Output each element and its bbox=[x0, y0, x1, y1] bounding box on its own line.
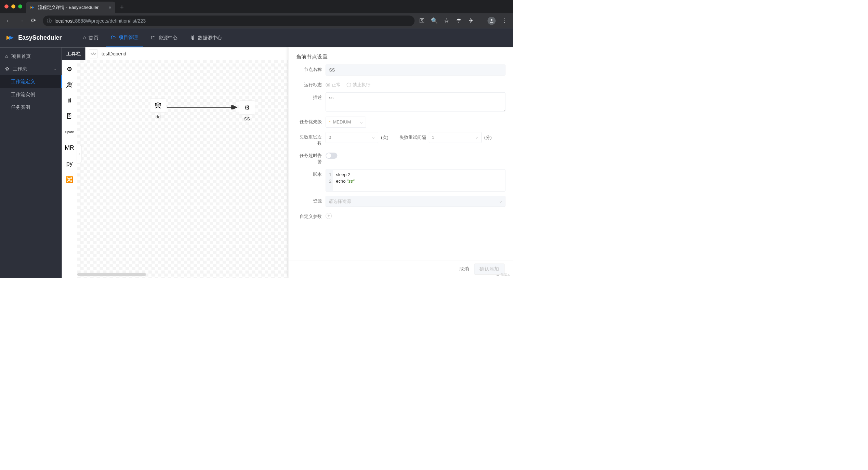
workflow-node[interactable]: ⚙SS bbox=[239, 101, 255, 121]
tab-close-button[interactable]: × bbox=[108, 4, 111, 11]
app-header: EasyScheduler ⌂首页🗁项目管理🗀资源中心🛢数据源中心 bbox=[0, 28, 513, 47]
node-settings-panel: 当前节点设置 节点名称 运行标志 正常 禁止执行 描述 ss 任务优先级 bbox=[288, 47, 513, 278]
browser-tab-bar: 流程定义详情 - EasyScheduler × + bbox=[0, 0, 513, 13]
palette-item[interactable]: py bbox=[65, 159, 74, 168]
new-tab-button[interactable]: + bbox=[115, 0, 129, 14]
label-desc: 描述 bbox=[296, 92, 326, 101]
sidebar-label: 工作流 bbox=[13, 66, 27, 72]
back-button[interactable]: ← bbox=[3, 15, 14, 26]
node-icon: ⚙ bbox=[239, 101, 255, 115]
code-content[interactable]: sleep 2echo "ss" bbox=[333, 169, 357, 191]
palette-item[interactable]: 🛢 bbox=[65, 96, 74, 105]
top-nav-item[interactable]: 🛢数据源中心 bbox=[185, 28, 227, 47]
radio-icon bbox=[347, 83, 351, 87]
label-resource: 资源 bbox=[296, 196, 326, 204]
label-priority: 任务优先级 bbox=[296, 117, 326, 125]
node-label: SS bbox=[244, 116, 250, 121]
label-custom-param: 自定义参数 bbox=[296, 211, 326, 220]
resource-select[interactable]: 请选择资源 bbox=[326, 196, 505, 207]
edge-arrow bbox=[167, 105, 240, 109]
sidebar-icon: ⌂ bbox=[5, 53, 8, 59]
retry-interval-unit: (分) bbox=[484, 134, 492, 141]
nav-label: 首页 bbox=[89, 35, 98, 41]
node-name-input[interactable] bbox=[326, 65, 505, 76]
site-info-icon[interactable]: ⓘ bbox=[47, 17, 52, 24]
code-gutter: 12 bbox=[326, 169, 333, 191]
palette-item[interactable]: Spark bbox=[65, 127, 74, 137]
top-nav-item[interactable]: 🗁项目管理 bbox=[106, 28, 143, 47]
radio-forbidden[interactable]: 禁止执行 bbox=[347, 82, 371, 88]
palette-item[interactable]: ⚙ bbox=[65, 64, 74, 74]
retry-count-select[interactable]: 0 bbox=[326, 132, 378, 143]
sidebar-item[interactable]: 工作流定义 bbox=[0, 75, 62, 88]
window-close-button[interactable] bbox=[4, 4, 9, 9]
top-nav-item[interactable]: ⌂首页 bbox=[78, 28, 104, 47]
forward-button[interactable]: → bbox=[16, 15, 26, 26]
code-toggle-button[interactable]: </> bbox=[89, 49, 98, 58]
divider bbox=[481, 17, 481, 24]
app-logo[interactable]: EasyScheduler bbox=[6, 33, 62, 42]
radio-normal[interactable]: 正常 bbox=[326, 82, 341, 88]
sidebar-label: 项目首页 bbox=[11, 53, 31, 60]
top-nav: ⌂首页🗁项目管理🗀资源中心🛢数据源中心 bbox=[78, 28, 227, 47]
top-nav-item[interactable]: 🗀资源中心 bbox=[145, 28, 183, 47]
tab-title: 流程定义详情 - EasyScheduler bbox=[38, 4, 98, 11]
browser-address-bar: ← → ⟳ ⓘ localhost:8888/#/projects/defini… bbox=[0, 13, 513, 28]
menu-button[interactable]: ⋮ bbox=[500, 17, 508, 24]
workflow-node[interactable]: 🕸dd bbox=[150, 99, 166, 119]
key-icon[interactable]: ⚿ bbox=[419, 17, 426, 24]
sidebar-label: 工作流定义 bbox=[11, 78, 35, 85]
bookmark-icon[interactable]: ☆ bbox=[443, 17, 450, 24]
app-name: EasyScheduler bbox=[18, 34, 62, 41]
sidebar-label: 任务实例 bbox=[11, 104, 30, 110]
extension-send-icon[interactable]: ✈ bbox=[467, 17, 474, 24]
label-retry-count: 失败重试次数 bbox=[296, 132, 326, 146]
sidebar-icon: ✿ bbox=[5, 66, 9, 72]
browser-tab[interactable]: 流程定义详情 - EasyScheduler × bbox=[26, 2, 115, 13]
priority-select[interactable]: ↑ MEDIUM bbox=[326, 117, 366, 128]
sidebar: ⌂项目首页✿工作流⌄工作流定义工作流实例任务实例 bbox=[0, 47, 62, 278]
desc-textarea[interactable]: ss bbox=[326, 92, 505, 112]
panel-footer: 取消 确认添加 ☁亿速云 bbox=[288, 260, 513, 278]
profile-avatar[interactable] bbox=[487, 17, 496, 25]
window-controls bbox=[0, 0, 26, 9]
priority-arrow-icon: ↑ bbox=[329, 119, 331, 125]
watermark: ☁亿速云 bbox=[496, 272, 510, 276]
nav-label: 资源中心 bbox=[158, 35, 178, 41]
add-param-button[interactable]: + bbox=[326, 213, 332, 219]
canvas-horizontal-scrollbar[interactable] bbox=[77, 273, 146, 276]
timeout-switch[interactable] bbox=[326, 153, 337, 159]
extension-umbrella-icon[interactable]: ☂ bbox=[455, 17, 462, 24]
tab-favicon bbox=[30, 5, 35, 10]
nav-icon: ⌂ bbox=[83, 35, 86, 41]
node-palette: ⚙🕸🛢🗄SparkMRpy🔀 bbox=[62, 60, 77, 278]
script-editor[interactable]: 12 sleep 2echo "ss" bbox=[326, 169, 505, 192]
nav-icon: 🗀 bbox=[150, 35, 156, 41]
url-input[interactable]: ⓘ localhost:8888/#/projects/definition/l… bbox=[43, 15, 415, 26]
palette-item[interactable]: 🗄 bbox=[65, 112, 74, 121]
sidebar-item[interactable]: 任务实例 bbox=[0, 101, 62, 113]
palette-item[interactable]: 🕸 bbox=[65, 80, 74, 89]
zoom-icon[interactable]: 🔍 bbox=[431, 17, 438, 24]
label-script: 脚本 bbox=[296, 169, 326, 178]
nav-icon: 🛢 bbox=[190, 35, 195, 41]
node-label: dd bbox=[156, 114, 160, 119]
sidebar-label: 工作流实例 bbox=[11, 91, 35, 97]
reload-button[interactable]: ⟳ bbox=[28, 15, 39, 26]
nav-icon: 🗁 bbox=[111, 34, 116, 40]
window-minimize-button[interactable] bbox=[11, 4, 15, 9]
sidebar-item[interactable]: ✿工作流⌄ bbox=[0, 63, 62, 75]
sidebar-item[interactable]: 工作流实例 bbox=[0, 88, 62, 101]
cancel-button[interactable]: 取消 bbox=[459, 266, 469, 272]
sidebar-item[interactable]: ⌂项目首页 bbox=[0, 50, 62, 62]
svg-point-0 bbox=[491, 19, 492, 21]
window-maximize-button[interactable] bbox=[18, 4, 22, 9]
chevron-down-icon: ⌄ bbox=[54, 67, 57, 71]
palette-item[interactable]: 🔀 bbox=[65, 174, 74, 184]
palette-collapse-button[interactable]: ‹ bbox=[77, 145, 82, 163]
nav-label: 项目管理 bbox=[119, 34, 138, 41]
radio-icon bbox=[326, 83, 330, 87]
palette-item[interactable]: MR bbox=[65, 143, 74, 153]
retry-interval-select[interactable]: 1 bbox=[429, 132, 482, 143]
run-flag-group: 正常 禁止执行 bbox=[326, 80, 505, 88]
